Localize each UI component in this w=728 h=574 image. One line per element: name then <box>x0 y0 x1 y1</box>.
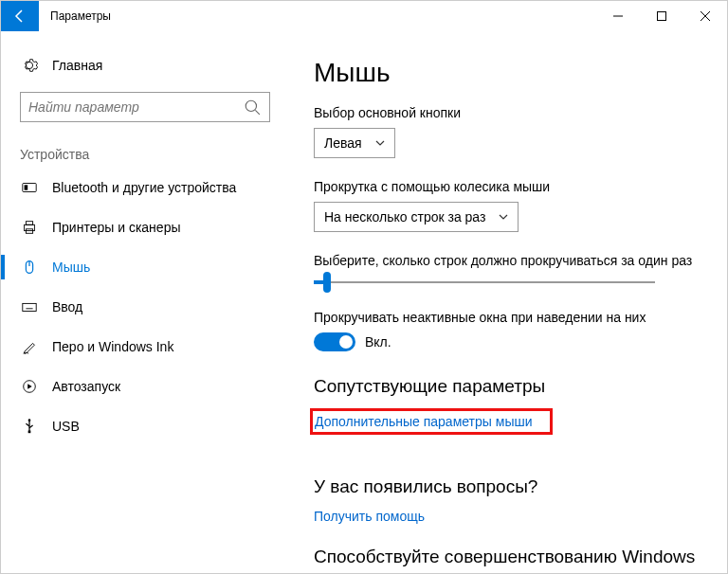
svg-rect-22 <box>28 431 31 434</box>
slider-line <box>314 281 655 283</box>
printer-icon <box>20 218 39 237</box>
scroll-lines-slider[interactable] <box>314 276 655 289</box>
sidebar-item-pen[interactable]: Перо и Windows Ink <box>12 327 278 367</box>
svg-point-21 <box>28 419 31 422</box>
toggle-state-label: Вкл. <box>365 334 391 350</box>
sidebar-item-mouse[interactable]: Мышь <box>12 247 278 287</box>
minimize-button[interactable] <box>596 1 640 31</box>
primary-button-dropdown[interactable]: Левая <box>314 128 395 158</box>
content: Главная Устройства Bluetooth и другие ус… <box>1 31 727 573</box>
sidebar-section-label: Устройства <box>20 147 278 162</box>
sidebar-home[interactable]: Главная <box>12 46 278 84</box>
sidebar-item-label: USB <box>52 419 80 434</box>
inactive-scroll-row: Вкл. <box>314 332 708 351</box>
additional-mouse-options-link[interactable]: Дополнительные параметры мыши <box>315 414 533 429</box>
back-button[interactable] <box>1 1 39 31</box>
search-box[interactable] <box>20 92 270 122</box>
svg-rect-13 <box>23 303 36 311</box>
svg-marker-19 <box>27 384 32 388</box>
highlighted-box: Дополнительные параметры мыши <box>310 408 553 435</box>
get-help-link[interactable]: Получить помощь <box>314 509 708 524</box>
sidebar-item-label: Автозапуск <box>52 379 120 394</box>
related-settings-header: Сопутствующие параметры <box>314 376 708 397</box>
svg-rect-1 <box>658 12 666 21</box>
search-input[interactable] <box>28 99 243 115</box>
chevron-down-icon <box>375 140 385 146</box>
bluetooth-icon <box>20 178 39 197</box>
svg-rect-9 <box>26 222 32 225</box>
svg-rect-10 <box>26 229 32 234</box>
sidebar-item-bluetooth[interactable]: Bluetooth и другие устройства <box>12 168 278 207</box>
slider-thumb[interactable] <box>323 272 331 293</box>
chevron-down-icon <box>499 214 508 220</box>
scroll-mode-dropdown[interactable]: На несколько строк за раз <box>314 202 519 232</box>
maximize-icon <box>657 11 666 21</box>
keyboard-icon <box>20 297 39 316</box>
svg-point-4 <box>246 100 256 111</box>
gear-icon <box>20 56 39 75</box>
titlebar: Параметры <box>1 1 727 31</box>
arrow-left-icon <box>12 9 27 24</box>
dropdown-value: На несколько строк за раз <box>324 209 485 224</box>
maximize-button[interactable] <box>640 1 683 31</box>
sidebar-item-label: Bluetooth и другие устройства <box>52 180 236 195</box>
sidebar-item-autoplay[interactable]: Автозапуск <box>12 367 278 406</box>
scroll-mode-label: Прокрутка с помощью колесика мыши <box>314 179 708 194</box>
scroll-lines-label: Выберите, сколько строк должно прокручив… <box>314 253 708 268</box>
sidebar-item-label: Ввод <box>52 299 82 314</box>
window-controls <box>596 1 727 31</box>
page-title: Мышь <box>314 58 708 88</box>
minimize-icon <box>613 11 623 21</box>
sidebar-item-label: Мышь <box>52 260 90 275</box>
help-header: У вас появились вопросы? <box>314 476 708 497</box>
inactive-scroll-label: Прокручивать неактивные окна при наведен… <box>314 310 708 325</box>
autoplay-icon <box>20 377 39 396</box>
sidebar-item-usb[interactable]: USB <box>12 406 278 446</box>
pen-icon <box>20 337 39 356</box>
search-icon <box>243 98 262 117</box>
close-button[interactable] <box>683 1 727 31</box>
sidebar: Главная Устройства Bluetooth и другие ус… <box>1 31 285 573</box>
window-title: Параметры <box>50 9 111 23</box>
primary-button-label: Выбор основной кнопки <box>314 105 708 120</box>
dropdown-value: Левая <box>324 135 362 151</box>
sidebar-item-typing[interactable]: Ввод <box>12 287 278 327</box>
usb-icon <box>20 417 39 436</box>
cutoff-text: Способствуйте совершенствованию Windows <box>314 547 708 567</box>
sidebar-home-label: Главная <box>52 58 102 73</box>
inactive-scroll-toggle[interactable] <box>314 332 355 351</box>
close-icon <box>701 11 710 21</box>
main-panel: Мышь Выбор основной кнопки Левая Прокрут… <box>285 31 727 573</box>
sidebar-item-label: Принтеры и сканеры <box>52 220 180 235</box>
sidebar-item-printers[interactable]: Принтеры и сканеры <box>12 207 278 247</box>
svg-line-5 <box>255 110 260 115</box>
mouse-icon <box>20 258 39 277</box>
sidebar-item-label: Перо и Windows Ink <box>52 339 173 354</box>
svg-rect-7 <box>25 185 28 189</box>
